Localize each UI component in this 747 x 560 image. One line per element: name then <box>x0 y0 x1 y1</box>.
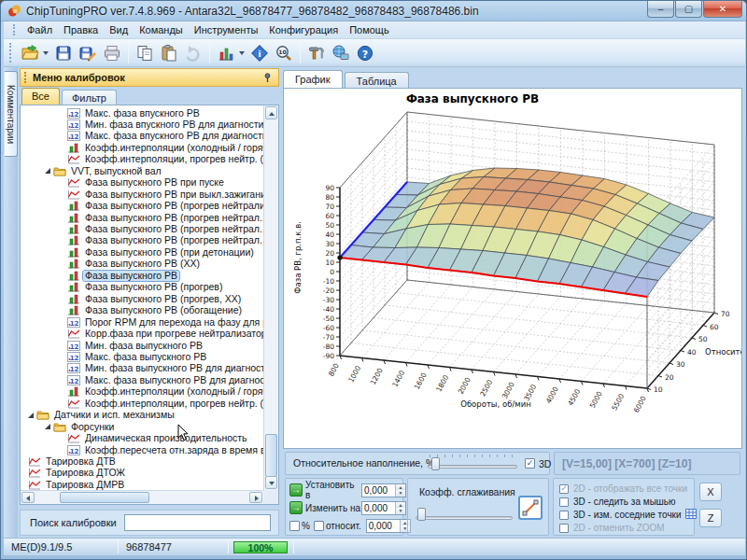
copy-button[interactable] <box>133 41 157 65</box>
dropdown-caret-icon[interactable] <box>239 51 245 55</box>
chart-view-button[interactable] <box>214 41 238 65</box>
print-button[interactable] <box>100 41 124 65</box>
tree-item[interactable]: Коэфф.интерполяции, прогрев нейтр. (холо… <box>21 154 263 165</box>
tree-folder[interactable]: VVT, выпускной вал <box>21 165 263 176</box>
load-slider[interactable] <box>428 455 517 473</box>
chart-area[interactable]: -90-80-70-60-50-40-30-20-100102030405060… <box>283 88 742 449</box>
menu-item-3[interactable]: Команды <box>134 22 189 37</box>
tree-item[interactable]: Тарировка ДМРВ <box>21 479 263 490</box>
tab-all[interactable]: Все <box>21 88 60 105</box>
open-file-button[interactable] <box>18 41 42 65</box>
display-option-1[interactable]: 3D - следить за мышью <box>559 496 676 508</box>
menu-item-0[interactable]: Файл <box>21 22 58 37</box>
tree-item[interactable]: 12Макс. фаза выпускного РВ <box>21 351 263 362</box>
change-value[interactable]: 0,000 <box>362 502 395 514</box>
network-button[interactable] <box>329 41 353 65</box>
apply-change-button[interactable]: → <box>289 501 303 514</box>
calibration-panel-header[interactable]: Меню калибровок <box>20 68 279 87</box>
menu-item-1[interactable]: Правка <box>58 22 104 37</box>
relative-value[interactable]: 0,000 <box>367 520 400 532</box>
tree-item[interactable]: 12Коэфф.пересчета отн.заряда в время впр… <box>21 444 263 455</box>
tree-folder[interactable]: Форсунки <box>21 421 263 432</box>
checkbox[interactable] <box>559 524 569 533</box>
menu-item-2[interactable]: Вид <box>104 22 134 37</box>
tree-item[interactable]: Коэфф.интерполяции, прогрев нейтр. (холо… <box>21 398 263 409</box>
dropdown-caret-icon[interactable] <box>43 51 49 55</box>
spinner-arrows[interactable]: ▲▼ <box>395 484 405 497</box>
checkbox[interactable]: ✓ <box>559 484 569 494</box>
scroll-left-arrow-icon[interactable] <box>21 492 35 503</box>
scroll-right-arrow-icon[interactable] <box>249 492 262 503</box>
tree-item[interactable]: Фаза выпускного РВ (ХХ) <box>21 259 263 270</box>
spinner-arrows[interactable]: ▲▼ <box>395 502 405 514</box>
relative-value-spinner[interactable]: 0,000 ▲▼ <box>366 519 411 533</box>
tree-item[interactable]: Фаза выпускного РВ (прогрев, ХХ) <box>21 293 263 304</box>
checkbox[interactable] <box>559 497 569 507</box>
tree-item[interactable]: Динамическая производительность <box>21 433 263 444</box>
tree-item[interactable]: Тарировка ДТВ <box>21 456 263 468</box>
tree-item[interactable]: Корр.фаза при прогреве нейтрализатора <box>21 329 263 340</box>
tree-folder[interactable]: Датчики и исп. механизмы <box>21 410 263 421</box>
tab-graph[interactable]: График <box>283 70 343 89</box>
pin-icon[interactable] <box>262 73 273 83</box>
tree-item[interactable]: Коэфф.интерполяции (холодный / горячий ) <box>21 142 263 153</box>
tree-item[interactable]: 12Мин. фаза впускного РВ для диагностики <box>21 119 263 130</box>
save-button[interactable] <box>51 41 76 65</box>
tree-item[interactable]: Фаза выпускного РВ при пуске <box>21 177 263 189</box>
tree-item[interactable]: 12Мин. фаза выпускного РВ для диагностик… <box>21 363 263 374</box>
scroll-up-arrow-icon[interactable] <box>265 106 277 119</box>
menu-item-6[interactable]: Помощь <box>344 22 395 37</box>
zoom-10-button[interactable]: 10 <box>272 41 296 65</box>
close-button[interactable]: ✕ <box>703 1 742 18</box>
tree-horizontal-scrollbar[interactable] <box>21 490 263 504</box>
tree-item[interactable]: Фаза выпускного РВ (при детонации) <box>21 246 263 258</box>
slider-track[interactable] <box>428 465 517 469</box>
checkbox[interactable] <box>559 511 569 520</box>
slider-track[interactable] <box>416 516 513 520</box>
tree-item[interactable]: Фаза выпускного РВ (прогрев нейтрал., ХХ… <box>21 224 263 235</box>
save-as-button[interactable] <box>76 41 100 65</box>
tree-item[interactable]: Фаза выпускного РВ (обогащение) <box>21 305 263 316</box>
minimize-button[interactable]: – <box>647 1 674 18</box>
expand-arrow-icon[interactable] <box>45 424 50 429</box>
title-bar[interactable]: ChipTuningPRO ver.7.4.8.969 - Antara32L_… <box>1 1 747 21</box>
expand-arrow-icon[interactable] <box>28 413 34 418</box>
scroll-down-arrow-icon[interactable] <box>265 476 277 489</box>
z-axis-button[interactable]: Z <box>699 509 722 527</box>
menu-item-5[interactable]: Конфигурация <box>263 22 344 37</box>
tree-item[interactable]: Фаза выпускного РВ (прогрев) <box>21 282 263 293</box>
expand-arrow-icon[interactable] <box>45 168 50 174</box>
tree-item[interactable]: 12Мин. фаза выпускного РВ <box>21 340 263 351</box>
x-axis-button[interactable]: X <box>699 483 722 501</box>
display-option-2[interactable]: 3D - изм. соседние точки <box>559 509 697 521</box>
apply-set-button[interactable]: → <box>289 483 303 497</box>
smoothing-slider[interactable] <box>416 507 513 524</box>
maximize-button[interactable]: ▢ <box>675 1 702 18</box>
slider-thumb[interactable] <box>431 457 440 470</box>
undo-button[interactable] <box>181 41 205 65</box>
tree-item[interactable]: 12Порог RPM для перехода на фазу для реж… <box>21 316 263 328</box>
tree-item[interactable]: Фаза выпускного РВ <box>21 270 263 281</box>
help-button[interactable]: ? <box>353 41 377 65</box>
tree-item[interactable]: Фаза выпускного РВ (прогрев нейтрал., ХХ… <box>21 235 263 246</box>
slider-thumb[interactable] <box>417 508 426 521</box>
tab-filter[interactable]: Фильтр <box>62 90 117 105</box>
menu-item-4[interactable]: Инструменты <box>189 22 264 37</box>
info-button[interactable]: i <box>247 41 272 65</box>
tree-vertical-scrollbar[interactable] <box>263 105 278 490</box>
3d-checkbox[interactable]: ✓ <box>525 458 535 469</box>
smoothing-edit-button[interactable] <box>518 496 543 520</box>
tree-item[interactable]: Фаза выпускного РВ при выкл.зажигания <box>21 189 263 200</box>
change-value-spinner[interactable]: 0,000 ▲▼ <box>361 501 406 515</box>
comments-vertical-tab[interactable]: Комментарии <box>5 71 18 157</box>
display-option-0[interactable]: ✓2D - отображать все точки <box>559 483 687 495</box>
relative-checkbox[interactable] <box>314 521 324 531</box>
tools-button[interactable] <box>304 41 329 65</box>
set-value[interactable]: 0,000 <box>362 484 395 497</box>
tab-table[interactable]: Таблица <box>345 72 409 89</box>
tree-item[interactable]: Фаза выпускного РВ (прогрев нейтрал., хо… <box>21 212 263 223</box>
search-input[interactable] <box>124 514 271 531</box>
set-value-spinner[interactable]: 0,000 ▲▼ <box>361 483 406 497</box>
tree-item[interactable]: Тарировка ДТОЖ <box>21 468 263 479</box>
percent-checkbox[interactable] <box>289 521 300 531</box>
